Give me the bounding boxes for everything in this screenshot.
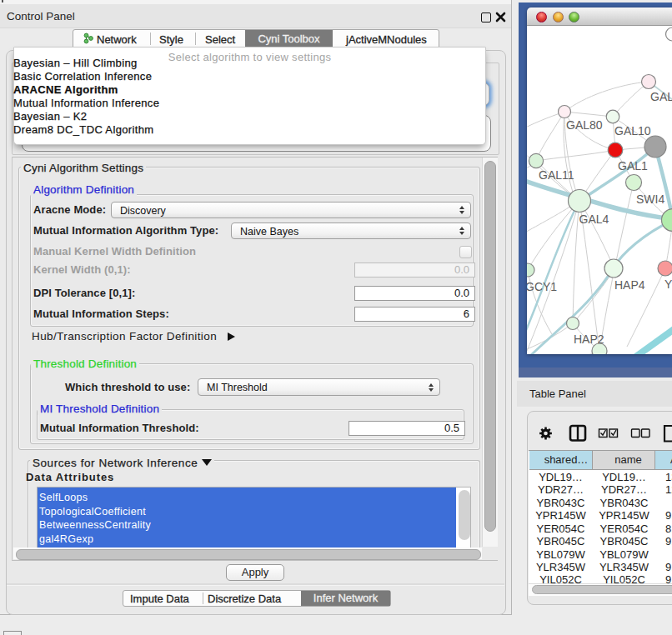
svg-text:HAP4: HAP4 bbox=[614, 278, 645, 292]
svg-text:HAP2: HAP2 bbox=[574, 332, 604, 346]
svg-text:GAL7: GAL7 bbox=[650, 90, 672, 103]
svg-text:GAL4: GAL4 bbox=[579, 212, 609, 226]
svg-text:Y: Y bbox=[664, 278, 672, 291]
svg-text:GAL1: GAL1 bbox=[618, 159, 648, 172]
svg-text:GAL80: GAL80 bbox=[566, 118, 603, 132]
svg-text:GCY1: GCY1 bbox=[527, 280, 557, 293]
svg-text:GAL10: GAL10 bbox=[614, 124, 651, 138]
svg-text:SWI4: SWI4 bbox=[636, 192, 664, 206]
svg-text:GAL11: GAL11 bbox=[539, 168, 574, 182]
